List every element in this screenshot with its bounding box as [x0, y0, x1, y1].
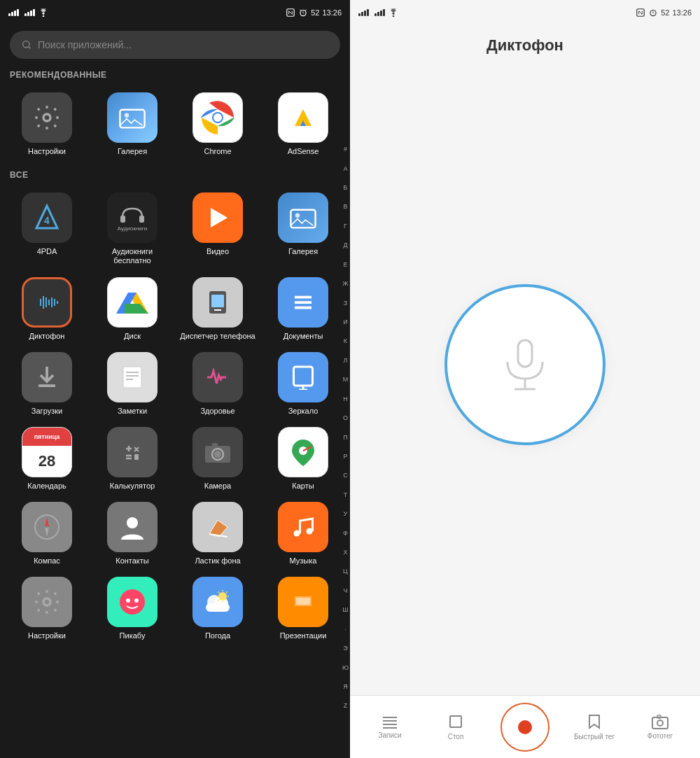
alarm-icon-right — [648, 8, 658, 17]
alpha-l[interactable]: Л — [344, 358, 348, 364]
adsense-logo-icon — [288, 102, 318, 133]
toolbar-fast-tag[interactable]: Быстрый тег — [573, 713, 615, 741]
status-bar-right: 52 13:26 — [350, 0, 700, 25]
alpha-o[interactable]: О — [343, 415, 348, 421]
alpha-g[interactable]: Г — [344, 223, 347, 230]
alpha-u[interactable]: У — [344, 511, 348, 517]
alpha-v[interactable]: В — [343, 204, 347, 210]
alpha-kh[interactable]: Х — [343, 549, 347, 556]
alpha-e2[interactable]: Э — [343, 645, 347, 652]
app-video[interactable]: Видео — [175, 187, 260, 271]
app-icon-chrome — [192, 92, 243, 143]
app-dispatcher[interactable]: Диспетчер телефона — [175, 272, 260, 346]
svg-rect-68 — [206, 603, 230, 612]
app-icon-gallery — [107, 92, 158, 143]
app-icon-dictophone — [22, 277, 72, 328]
alphabet-index[interactable]: # А Б В Г Д Е Ж З И К Л М Н О П Р С Т У … — [342, 140, 349, 716]
alpha-zh[interactable]: Ж — [342, 281, 348, 287]
alpha-sh[interactable]: Ш — [342, 607, 348, 613]
app-eraser[interactable]: Ластик фона — [175, 496, 260, 571]
svg-point-10 — [214, 113, 222, 122]
app-docs[interactable]: Документы — [260, 272, 346, 346]
app-gallery2[interactable]: Галерея — [260, 187, 346, 271]
app-maps[interactable]: Карты — [260, 421, 346, 496]
app-notes[interactable]: Заметки — [90, 346, 175, 421]
signal-icons-right — [358, 8, 399, 17]
section-recommended-label: РЕКОМЕНДОВАННЫЕ — [0, 66, 350, 83]
alpha-d[interactable]: Д — [343, 242, 347, 248]
app-settings2[interactable]: Настройки — [4, 571, 90, 646]
svg-point-62 — [43, 598, 50, 605]
app-label-video: Видео — [206, 247, 229, 256]
svg-rect-13 — [120, 216, 125, 223]
alpha-b[interactable]: Б — [344, 185, 348, 191]
alpha-ya[interactable]: Я — [343, 684, 348, 690]
svg-rect-30 — [211, 295, 224, 307]
alpha-k[interactable]: К — [344, 338, 347, 344]
alpha-t[interactable]: Т — [344, 492, 348, 498]
alpha-dot[interactable]: · — [344, 626, 346, 633]
app-adsense[interactable]: AdSense — [260, 87, 346, 162]
alpha-zz[interactable]: Z — [344, 703, 348, 709]
alpha-z[interactable]: З — [344, 300, 347, 307]
gallery2-icon — [289, 206, 317, 229]
mic-circle[interactable] — [444, 284, 606, 445]
right-status-right: 52 13:26 — [636, 8, 692, 17]
alpha-ts[interactable]: Ц — [343, 568, 348, 575]
app-camera[interactable]: Камера — [175, 421, 260, 496]
app-music[interactable]: Музыка — [260, 496, 346, 571]
dictophone-title: Диктофон — [350, 25, 700, 62]
app-downloads[interactable]: Загрузки — [4, 346, 90, 421]
svg-point-3 — [23, 41, 29, 48]
app-icon-contacts — [107, 502, 158, 552]
alpha-a[interactable]: А — [343, 166, 347, 172]
app-contacts[interactable]: Контакты — [90, 496, 175, 571]
app-pikabu[interactable]: Пикабу — [90, 571, 175, 646]
alpha-hash[interactable]: # — [344, 146, 347, 153]
alpha-yu[interactable]: Ю — [342, 665, 349, 671]
toolbar-stop[interactable]: Стоп — [435, 713, 477, 741]
app-compass[interactable]: Компас — [4, 496, 90, 571]
svg-text:4: 4 — [44, 215, 50, 226]
search-bar[interactable]: Поиск приложений... — [10, 31, 340, 59]
alpha-e[interactable]: Е — [343, 262, 347, 268]
app-mirror[interactable]: Зеркало — [260, 346, 346, 421]
maps-pin-icon — [289, 437, 317, 468]
app-icon-calc — [107, 427, 158, 477]
alpha-r[interactable]: Р — [343, 454, 347, 460]
health-wave-icon — [205, 365, 230, 390]
alpha-m[interactable]: М — [343, 377, 349, 383]
app-icon-4pda: 4 — [22, 192, 72, 243]
alpha-p[interactable]: П — [343, 435, 347, 441]
alpha-ch[interactable]: Ч — [343, 588, 347, 594]
record-button[interactable] — [500, 703, 550, 752]
app-icon-compass — [22, 502, 72, 552]
app-4pda[interactable]: 4 4PDA — [4, 187, 90, 271]
app-dictophone[interactable]: Диктофон — [4, 272, 90, 346]
toolbar-phototag[interactable]: Фототег — [639, 714, 681, 740]
app-settings[interactable]: Настройки — [4, 87, 90, 162]
app-calendar[interactable]: пятница 28 Календарь — [4, 421, 90, 496]
toolbar-record-center[interactable] — [500, 703, 550, 752]
app-chrome[interactable]: Chrome — [175, 87, 260, 162]
app-presentation[interactable]: Презентации — [260, 571, 346, 646]
svg-point-4 — [43, 114, 50, 121]
app-health[interactable]: Здоровье — [175, 346, 260, 421]
app-gallery[interactable]: Галерея — [90, 87, 175, 162]
app-label-music: Музыка — [290, 556, 317, 566]
app-disk[interactable]: Диск — [90, 272, 175, 346]
nfc-icon — [286, 8, 295, 17]
alpha-s[interactable]: С — [343, 472, 348, 479]
app-audiobooks[interactable]: Аудиокниги Аудиокниги бесплатно — [90, 187, 175, 271]
app-label-camera: Камера — [204, 482, 231, 491]
recommended-grid: Настройки Галерея — [0, 83, 350, 166]
wifi-icon-right — [388, 8, 399, 17]
alpha-i[interactable]: И — [343, 319, 347, 325]
alpha-f[interactable]: Ф — [343, 531, 348, 537]
toolbar-records[interactable]: Записи — [369, 715, 411, 739]
app-weather[interactable]: Погода — [175, 571, 260, 646]
app-label-audiobooks: Аудиокниги бесплатно — [92, 247, 172, 265]
app-calc[interactable]: Калькулятор — [90, 421, 175, 496]
alpha-n[interactable]: Н — [343, 396, 348, 402]
app-label-disk: Диск — [124, 332, 141, 341]
